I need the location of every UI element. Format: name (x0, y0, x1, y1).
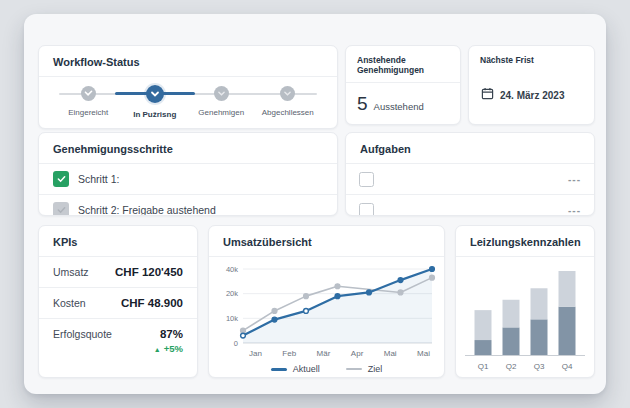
approval-step-row: Schritt 1: (39, 164, 337, 194)
step-label: Eingereicht (55, 108, 122, 117)
svg-text:Q4: Q4 (562, 362, 573, 371)
workflow-status-card: Workflow-Status Eingereicht In Pužrisng (38, 45, 338, 129)
svg-text:Q3: Q3 (534, 362, 545, 371)
workflow-status-title: Workflow-Status (39, 46, 337, 76)
bar-chart-svg: Q1Q2Q3Q4 (463, 263, 587, 378)
line-chart-legend: AktuellZiel (209, 364, 444, 374)
svg-text:40k: 40k (226, 265, 238, 274)
task-checkbox[interactable] (359, 203, 374, 217)
task-checkbox[interactable] (359, 172, 374, 187)
step-pending-icon (280, 86, 295, 101)
next-deadline-title: Nächste Frist (469, 46, 594, 72)
approval-step-row: Schritt 2: Freigabe austehend (39, 195, 337, 216)
performance-chart-title: Leizlungskennzahlen (456, 226, 594, 256)
x-axis-labels: JanFebMärAprMaiMai (209, 349, 444, 358)
tasks-card: Aufgaben --- --- (345, 132, 595, 216)
step-label: In Pužrisng (122, 110, 189, 119)
approval-steps-title: Genehmigungsschritte (39, 133, 337, 163)
kpi-row-kosten: Kosten CHF 48.900 (39, 288, 197, 318)
step-label: Abgechllessen (255, 108, 322, 117)
up-triangle-icon: ▲ (154, 346, 161, 353)
deadline-date: 24. März 2023 (500, 90, 565, 101)
chevron-down-icon (146, 85, 164, 103)
x-axis-label: Feb (282, 349, 296, 358)
step-pending-icon (214, 86, 229, 101)
task-row[interactable]: --- (346, 195, 594, 216)
legend-line-swatch (346, 368, 362, 370)
divider (209, 256, 444, 257)
svg-text:Q2: Q2 (506, 362, 517, 371)
task-menu-dashes[interactable]: --- (568, 205, 581, 216)
step-abgeschlossen: Abgechllessen (255, 81, 322, 117)
x-axis-label: Apr (351, 349, 363, 358)
step-done-icon (81, 86, 96, 101)
kpi-label: Kosten (53, 297, 86, 309)
task-menu-dashes[interactable]: --- (568, 174, 581, 185)
calendar-icon (481, 86, 494, 104)
legend-label: Ziel (368, 364, 383, 374)
approvals-count-label: Ausstehend (374, 101, 424, 112)
kpi-label: Erfolgsquote (53, 328, 112, 340)
kpi-label: Umsatz (53, 266, 89, 278)
kpi-value: 87% (160, 328, 183, 340)
revenue-chart-card: Umsatzübersicht 010k20k40k JanFebMärAprM… (208, 225, 445, 378)
step-eingereicht: Eingereicht (55, 81, 122, 117)
performance-chart-card: Leizlungskennzahlen Q1Q2Q3Q4 (455, 225, 595, 378)
approval-steps-card: Genehmigungsschritte Schritt 1: Schritt … (38, 132, 338, 216)
x-axis-label: Mai (417, 349, 430, 358)
svg-text:0: 0 (234, 339, 238, 348)
kpi-card: KPIs Umsatz CHF 120'450 Kosten CHF 48.90… (38, 225, 198, 378)
checkbox-pending[interactable] (53, 202, 69, 216)
svg-text:Q1: Q1 (478, 362, 489, 371)
step-in-pruefung: In Pužrisng (122, 81, 189, 119)
step-genehmigen: Genehmigen (188, 81, 255, 117)
kpi-row-umsatz: Umsatz CHF 120'450 (39, 257, 197, 287)
divider (456, 256, 594, 257)
workflow-stepper: Eingereicht In Pužrisng Genehmigen Abgec… (55, 81, 321, 129)
svg-text:10k: 10k (226, 314, 238, 323)
kpi-title: KPIs (39, 226, 197, 256)
line-chart-svg: 010k20k40k (213, 261, 440, 351)
approval-step-label: Schritt 1: (78, 173, 119, 185)
x-axis-label: Mai (384, 349, 397, 358)
pending-approvals-card: Anstehende Genehmigungen 5 Ausstehend (345, 45, 461, 125)
revenue-chart-title: Umsatzübersicht (209, 226, 444, 256)
legend-line-swatch (271, 368, 287, 371)
next-deadline-card: Nächste Frist 24. März 2023 (468, 45, 595, 125)
approval-step-label: Schritt 2: Freigabe austehend (78, 204, 216, 216)
dashboard-panel: Workflow-Status Eingereicht In Pužrisng (24, 14, 606, 394)
kpi-delta: ▲+5% (39, 343, 197, 362)
legend-item: Ziel (346, 364, 383, 374)
step-label: Genehmigen (188, 108, 255, 117)
checkbox-checked[interactable] (53, 171, 69, 187)
x-axis-label: Mär (317, 349, 331, 358)
kpi-delta-value: +5% (164, 343, 183, 354)
kpi-value: CHF 48.900 (121, 297, 183, 309)
task-row[interactable]: --- (346, 164, 594, 194)
kpi-row-erfolgsquote: Erfolgsquote 87% (39, 319, 197, 343)
legend-label: Aktuell (293, 364, 320, 374)
legend-item: Aktuell (271, 364, 320, 374)
pending-approvals-title: Anstehende Genehmigungen (346, 46, 460, 82)
x-axis-label: Jan (249, 349, 262, 358)
divider (39, 76, 337, 77)
tasks-title: Aufgaben (346, 133, 594, 163)
approvals-count: 5 (357, 93, 368, 115)
svg-text:20k: 20k (226, 289, 238, 298)
kpi-value: CHF 120'450 (115, 266, 183, 278)
